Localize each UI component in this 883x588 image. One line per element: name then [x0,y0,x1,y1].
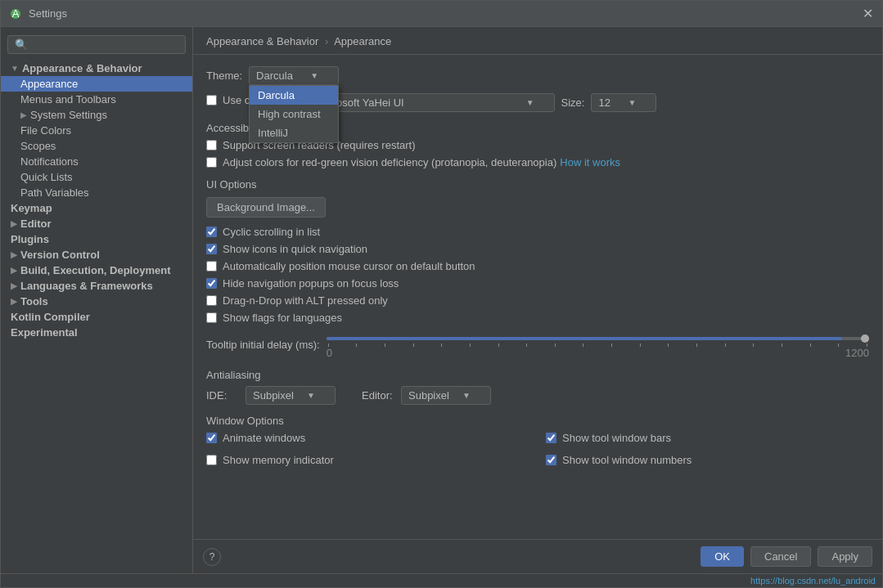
sidebar-item-quick-lists[interactable]: Quick Lists [1,169,192,185]
apply-button[interactable]: Apply [818,546,872,567]
slider-tick [555,343,556,347]
sidebar-item-kotlin-compiler[interactable]: Kotlin Compiler [1,309,192,325]
help-button[interactable]: ? [203,548,221,566]
sidebar-item-file-colors[interactable]: File Colors [1,123,192,138]
cyclic-scrolling-checkbox[interactable] [206,227,217,237]
slider-tick [611,343,612,347]
sidebar-item-label-version-control: Version Control [20,249,100,261]
ide-antialiasing-select[interactable]: Subpixel ▼ [246,386,336,405]
hide-nav-popups-checkbox[interactable] [206,278,217,289]
tooltip-slider-container: 0 1200 [327,330,869,359]
slider-tick [782,343,782,347]
color-blindness-label[interactable]: Adjust colors for red-green vision defic… [223,156,556,168]
slider-tick [385,343,385,347]
sidebar-item-notifications[interactable]: Notifications [1,154,192,169]
show-tool-bars-checkbox[interactable] [546,433,556,443]
slider-tick [583,343,583,347]
ide-antialiasing-button[interactable]: Subpixel ▼ [246,386,336,405]
sidebar-item-plugins[interactable]: Plugins [1,231,192,247]
breadcrumb-sep: › [325,35,328,47]
sidebar-item-label-appearance: Appearance [20,78,78,90]
show-memory-checkbox[interactable] [206,455,217,465]
sidebar-item-tools[interactable]: ▶Tools [1,294,192,309]
animate-windows-label[interactable]: Animate windows [223,432,305,444]
screen-readers-checkbox[interactable] [206,140,217,150]
sidebar-item-languages-frameworks[interactable]: ▶Languages & Frameworks [1,278,192,294]
animate-windows-checkbox[interactable] [206,433,217,443]
sidebar-item-experimental[interactable]: Experimental [1,325,192,340]
drag-drop-row: Drag-n-Drop with ALT pressed only [206,294,869,307]
slider-tick [413,343,414,347]
hide-nav-popups-label[interactable]: Hide navigation popups on focus loss [223,277,399,290]
how-it-works-link[interactable]: How it works [560,156,620,168]
cyclic-scrolling-label[interactable]: Cyclic scrolling in list [223,226,320,238]
use-custom-font-checkbox[interactable] [206,95,217,105]
theme-row: Theme: Darcula ▼ Darcula High contrast I… [206,66,869,85]
sidebar-item-menus-toolbars[interactable]: Menus and Toolbars [1,92,192,107]
sidebar-item-build-exec-deploy[interactable]: ▶Build, Execution, Deployment [1,263,192,278]
sidebar-item-arrow-appearance-behavior: ▼ [11,64,19,73]
theme-option-darcula[interactable]: Darcula [250,86,338,105]
theme-select-button[interactable]: Darcula ▼ [249,66,339,85]
show-tool-bars-label[interactable]: Show tool window bars [562,432,671,444]
settings-window: A Settings ✕ ▼Appearance & BehaviorAppea… [0,0,883,588]
show-memory-label[interactable]: Show memory indicator [223,454,334,466]
auto-position-checkbox[interactable] [206,261,217,272]
show-icons-checkbox[interactable] [206,244,217,254]
show-icons-label[interactable]: Show icons in quick navigation [223,243,367,255]
sidebar-item-keymap[interactable]: Keymap [1,200,192,216]
hide-nav-popups-row: Hide navigation popups on focus loss [206,277,869,290]
sidebar-item-editor[interactable]: ▶Editor [1,216,192,231]
size-dropdown-arrow: ▼ [628,98,637,107]
show-flags-checkbox[interactable] [206,312,217,323]
auto-position-label[interactable]: Automatically position mouse cursor on d… [223,260,475,272]
sidebar-item-appearance[interactable]: Appearance [1,76,192,92]
sidebar-item-label-experimental: Experimental [11,326,78,339]
font-select-button[interactable]: Microsoft YaHei UI ▼ [309,93,555,112]
sidebar-item-appearance-behavior[interactable]: ▼Appearance & Behavior [1,61,192,76]
sidebar-item-system-settings[interactable]: ▶System Settings [1,107,192,123]
editor-antialiasing-value: Subpixel [408,389,449,402]
close-button[interactable]: ✕ [861,7,874,20]
theme-select[interactable]: Darcula ▼ Darcula High contrast IntelliJ [249,66,339,85]
ok-button[interactable]: OK [701,546,744,567]
sidebar-item-path-variables[interactable]: Path Variables [1,185,192,200]
search-input[interactable] [7,35,186,54]
tooltip-slider-thumb[interactable] [861,334,869,343]
sidebar-item-arrow-version-control: ▶ [11,250,17,259]
window-title: Settings [29,7,861,20]
svg-text:A: A [12,7,20,20]
editor-antialiasing-select[interactable]: Subpixel ▼ [401,386,491,405]
main-content: ▼Appearance & BehaviorAppearanceMenus an… [1,27,882,573]
color-blindness-checkbox[interactable] [206,157,217,168]
show-tool-numbers-label[interactable]: Show tool window numbers [562,454,692,466]
editor-antialiasing-button[interactable]: Subpixel ▼ [401,386,491,405]
sidebar-item-label-notifications: Notifications [20,155,79,168]
sidebar: ▼Appearance & BehaviorAppearanceMenus an… [1,27,193,573]
sidebar-tree: ▼Appearance & BehaviorAppearanceMenus an… [1,61,192,340]
size-select-wrapper[interactable]: 12 ▼ [591,93,656,112]
tooltip-slider-track [327,337,869,340]
background-image-button[interactable]: Background Image... [206,197,326,218]
drag-drop-label[interactable]: Drag-n-Drop with ALT pressed only [223,294,388,307]
theme-option-intellij[interactable]: IntelliJ [250,123,338,142]
settings-content: Theme: Darcula ▼ Darcula High contrast I… [193,55,882,539]
tooltip-slider-fill [327,337,842,340]
sidebar-item-label-editor: Editor [20,218,52,230]
ide-antialiasing-value: Subpixel [253,389,294,402]
drag-drop-checkbox[interactable] [206,295,217,306]
font-select-wrapper[interactable]: Microsoft YaHei UI ▼ [309,93,555,112]
sidebar-item-version-control[interactable]: ▶Version Control [1,247,192,263]
size-select-button[interactable]: 12 ▼ [591,93,656,112]
sidebar-item-scopes[interactable]: Scopes [1,138,192,154]
tooltip-min-label: 0 [327,347,332,359]
theme-current-value: Darcula [256,70,293,82]
size-value: 12 [598,97,610,109]
show-tool-numbers-row: Show tool window numbers [546,454,869,466]
cancel-button[interactable]: Cancel [750,546,811,567]
show-tool-numbers-checkbox[interactable] [546,455,556,465]
theme-option-high-contrast[interactable]: High contrast [250,105,338,123]
show-flags-label[interactable]: Show flags for languages [223,312,342,324]
ide-antialiasing-row: IDE: Subpixel ▼ Editor: Subpixel ▼ [206,386,869,405]
title-bar: A Settings ✕ [1,1,882,27]
